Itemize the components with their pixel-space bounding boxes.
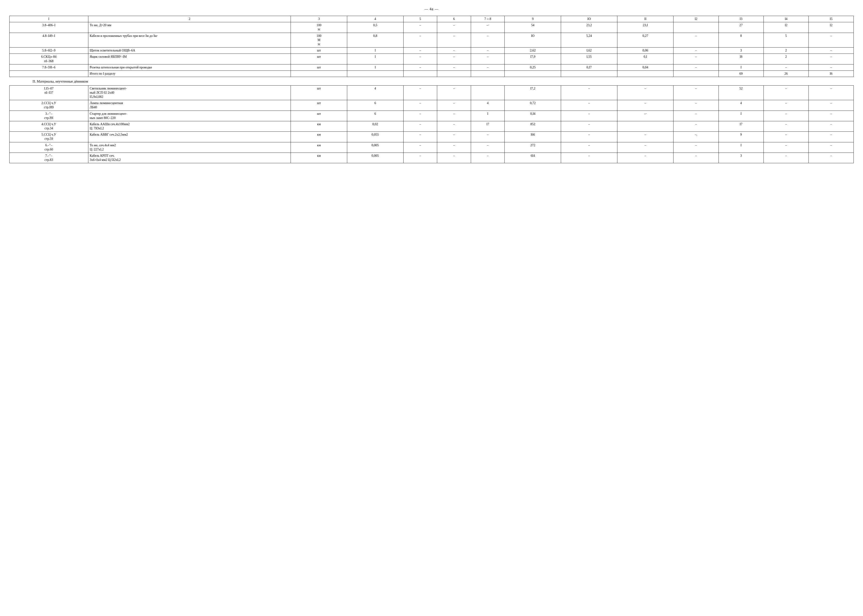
row4-col3: шт bbox=[291, 54, 347, 64]
row2-col12: 8 bbox=[718, 33, 764, 47]
row4-col13: 2 bbox=[764, 54, 808, 64]
rowp4-col4: 0,02 bbox=[347, 121, 404, 132]
totals-col13: 26 bbox=[764, 71, 808, 77]
page-number: — 4a — bbox=[9, 7, 854, 11]
rowp6-col1: 6.–"–стр.60 bbox=[9, 142, 88, 152]
totals-col8 bbox=[505, 71, 561, 77]
rowp1-col8: I7,2 bbox=[505, 85, 561, 100]
rowp4-col2: Кабель ААШв сеч.4х100мм2Ц: 7IОхI,2 bbox=[88, 121, 291, 132]
row1-col2: То же, Д=20 мм bbox=[88, 22, 291, 33]
row5-col5: – bbox=[403, 64, 437, 71]
totals-col12: 69 bbox=[718, 71, 764, 77]
row2-col10: 0,27 bbox=[617, 33, 673, 47]
row1-col1: 3.8–406–I bbox=[9, 22, 88, 33]
row1-col9: 23,2 bbox=[561, 22, 618, 33]
row4-col11: – bbox=[673, 54, 718, 64]
rowp2-col12: 4 bbox=[718, 100, 764, 111]
header-col3: 3 bbox=[291, 16, 347, 22]
table-row: 2.ССЦ ч.Устр.I89 Лампа люминесцентнаяЛБ4… bbox=[9, 100, 854, 111]
row5-col7: – bbox=[471, 64, 505, 71]
rowp4-col14: – bbox=[808, 121, 854, 132]
rowp3-col1: 3.–"–стр.I9I bbox=[9, 111, 88, 121]
row2-col2: Кабели в проложенных трубах при весе Iм … bbox=[88, 33, 291, 47]
table-row: I.I5–07пI–I37 Светильник люминесцент-ный… bbox=[9, 85, 854, 100]
row1-col7: –· bbox=[471, 22, 505, 33]
rowp2-col7: 4 bbox=[471, 100, 505, 111]
rowp2-col1: 2.ССЦ ч.Устр.I89 bbox=[9, 100, 88, 111]
row1-col4: 0,5 bbox=[347, 22, 404, 33]
rowp2-col13: – bbox=[764, 100, 808, 111]
header-col12: I2 bbox=[673, 16, 718, 22]
rowp2-col5: – bbox=[403, 100, 437, 111]
rowp6-col10: – bbox=[617, 142, 673, 152]
rowp7-col6: – bbox=[437, 153, 471, 163]
rowp5-col8: I66 bbox=[505, 132, 561, 142]
rowp6-col9: – bbox=[561, 142, 618, 152]
row2-col11: – bbox=[673, 33, 718, 47]
rowp3-col13: – bbox=[764, 111, 808, 121]
row3-col7: – bbox=[471, 47, 505, 54]
row5-col3: шт bbox=[291, 64, 347, 71]
rowp2-col9: – bbox=[561, 100, 618, 111]
totals-col10 bbox=[617, 71, 673, 77]
header-col7-8: 7 ○ 8 bbox=[471, 16, 505, 22]
totals-label: Итого по I разделу bbox=[88, 71, 291, 77]
row2-col9: 5,24 bbox=[561, 33, 618, 47]
row2-col5: – bbox=[403, 33, 437, 47]
row2-col14: – bbox=[808, 33, 854, 47]
row5-col10: 0,04 bbox=[617, 64, 673, 71]
row1-col10: 23,I bbox=[617, 22, 673, 33]
rowp3-col12: I bbox=[718, 111, 764, 121]
rowp1-col10: – bbox=[617, 85, 673, 100]
row5-col1: 7.8–59I–6 bbox=[9, 64, 88, 71]
row4-col9: I,55 bbox=[561, 54, 618, 64]
rowp4-col7: I7 bbox=[471, 121, 505, 132]
rowp4-col13: – bbox=[764, 121, 808, 132]
table-row: 5.ССЦ ч.Устр.59 Кабель АВВГ сеч.2х2,5мм2… bbox=[9, 132, 854, 142]
row5-col6: – bbox=[437, 64, 471, 71]
row5-col8: 0,25 bbox=[505, 64, 561, 71]
row3-col4: I bbox=[347, 47, 404, 54]
rowp5-col13: – bbox=[764, 132, 808, 142]
rowp5-col3: км bbox=[291, 132, 347, 142]
header-col2: 2 bbox=[88, 16, 291, 22]
table-header-row: I 2 3 4 5 6 7 ○ 8 9 IO II I2 I3 I4 I5 bbox=[9, 16, 854, 22]
rowp3-col5: – bbox=[403, 111, 437, 121]
row1-col11 bbox=[673, 22, 718, 33]
rowp5-col5: – bbox=[403, 132, 437, 142]
rowp5-col1: 5.ССЦ ч.Устр.59 bbox=[9, 132, 88, 142]
table-row: 7.–"–стр.83 Кабель КРПТ сеч.3х6+Iх4 мм2 … bbox=[9, 153, 854, 163]
row4-col1: 6.СКЦэ–84пI–368 bbox=[9, 54, 88, 64]
row2-col7: – bbox=[471, 33, 505, 47]
rowp3-col3: шт bbox=[291, 111, 347, 121]
rowp6-col7: – bbox=[471, 142, 505, 152]
row5-col9: 0,I7 bbox=[561, 64, 618, 71]
rowp4-col10 bbox=[617, 121, 673, 132]
row4-col10: 0,I bbox=[617, 54, 673, 64]
totals-col4 bbox=[347, 71, 404, 77]
row2-col3: 100ММ bbox=[291, 33, 347, 47]
row3-col10: 0,06 bbox=[617, 47, 673, 54]
rowp2-col14: – bbox=[808, 100, 854, 111]
rowp2-col6: – bbox=[437, 100, 471, 111]
rowp5-col10: – bbox=[617, 132, 673, 142]
table-row: 4.ССЦ ч.Устр.34 Кабель ААШв сеч.4х100мм2… bbox=[9, 121, 854, 132]
rowp4-col5: – bbox=[403, 121, 437, 132]
rowp7-col7: – bbox=[471, 153, 505, 163]
header-col13: I3 bbox=[718, 16, 764, 22]
rowp7-col2: Кабель КРПТ сеч.3х6+Iх4 мм2 Ц:5I2хI,2 bbox=[88, 153, 291, 163]
row4-col4: I bbox=[347, 54, 404, 64]
rowp3-col2: Стартер для люминесцент-ных ламп 80С–220 bbox=[88, 111, 291, 121]
rowp3-col11: – bbox=[673, 111, 718, 121]
row4-col2: Ящик силовой ЯБПВУ–IМ bbox=[88, 54, 291, 64]
rowp3-col9: – bbox=[561, 111, 618, 121]
rowp7-col5: – bbox=[403, 153, 437, 163]
rowp2-col11: – bbox=[673, 100, 718, 111]
rowp5-col2: Кабель АВВГ сеч.2х2,5мм2 bbox=[88, 132, 291, 142]
rowp2-col10: – bbox=[617, 100, 673, 111]
rowp7-col13: – bbox=[764, 153, 808, 163]
main-table: I 2 3 4 5 6 7 ○ 8 9 IO II I2 I3 I4 I5 3.… bbox=[9, 16, 854, 163]
rowp1-col5: – bbox=[403, 85, 437, 100]
row3-col14: – bbox=[808, 47, 854, 54]
rowp3-col8: 0,I4 bbox=[505, 111, 561, 121]
